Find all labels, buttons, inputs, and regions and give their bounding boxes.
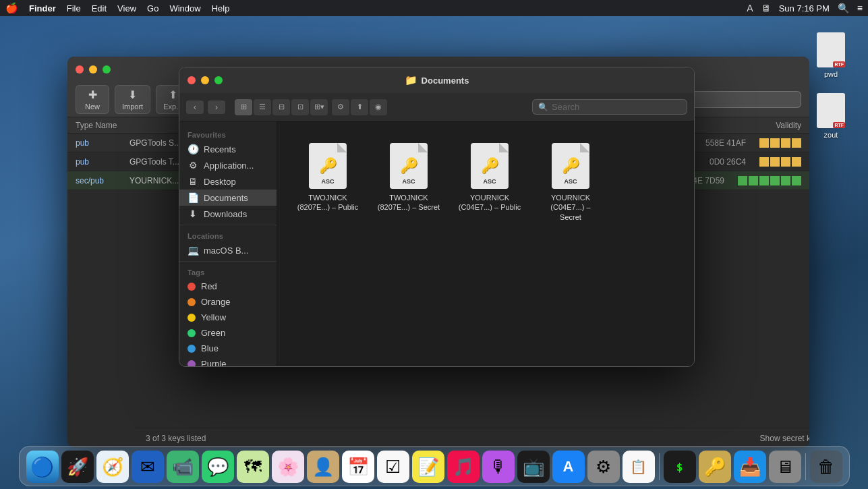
dock-reminders[interactable]: ☑: [377, 451, 409, 483]
dock-podcasts[interactable]: 🎙: [482, 451, 515, 483]
dock-console[interactable]: 📋: [623, 451, 655, 483]
clock: Sun 7:16 PM: [779, 3, 830, 13]
file-item-twojnick-sec[interactable]: 🔑 ASC TWOJNICK (8207E...) – Secret: [372, 135, 446, 227]
maps-icon: 🗺: [244, 457, 262, 478]
validity-indicator: [759, 157, 801, 167]
downloads-label: Downloads: [204, 209, 247, 219]
maximize-button[interactable]: [103, 65, 111, 74]
more-view-button[interactable]: ⊞▾: [310, 99, 328, 115]
dock-finder[interactable]: 🔵: [26, 451, 59, 483]
spotlight-icon[interactable]: 🔍: [838, 3, 849, 13]
display-icon[interactable]: 🖥: [761, 3, 771, 13]
minimize-button[interactable]: [89, 65, 97, 74]
icon-view-button[interactable]: ⊞: [235, 99, 252, 115]
orange-label: Orange: [201, 297, 230, 307]
sidebar-item-recents[interactable]: 🕐 Recents: [179, 141, 277, 157]
close-button[interactable]: [76, 65, 84, 74]
file-name: TWOJNICK (8207E...) – Public: [297, 193, 359, 212]
sidebar-item-red[interactable]: Red: [179, 279, 277, 294]
dock: 🔵 🚀 🧭 ✉ 📹 💬 🗺 🌸 👤 📅 ☑: [19, 446, 850, 486]
dock-separator-2: [805, 453, 806, 480]
dock-contacts[interactable]: 👤: [307, 451, 339, 483]
sidebar-item-applications[interactable]: ⚙ Application...: [179, 157, 277, 173]
desktop-icon-zout[interactable]: RTF zout: [814, 90, 848, 142]
dock-sysprefs[interactable]: ⚙: [587, 451, 620, 483]
sidebar-item-purple[interactable]: Purple: [179, 356, 277, 366]
finder-maximize-button[interactable]: [214, 76, 223, 84]
dock-safari[interactable]: 🧭: [96, 451, 129, 483]
show-secret-toggle[interactable]: Show secret keys only: [760, 433, 809, 444]
window-menu[interactable]: Window: [169, 3, 200, 13]
safari-icon: 🧭: [102, 457, 123, 478]
desktop-label: Desktop: [204, 177, 236, 187]
green-label: Green: [201, 328, 225, 338]
documents-icon: 📄: [187, 192, 198, 203]
view-buttons: ⊞ ☰ ⊟ ⊡ ⊞▾: [235, 99, 328, 115]
dock-music[interactable]: 🎵: [447, 451, 480, 483]
finder-close-button[interactable]: [187, 76, 196, 84]
finder-minimize-button[interactable]: [201, 76, 209, 84]
finder-title-area: 📁 Documents: [405, 74, 469, 86]
sidebar-item-green[interactable]: Green: [179, 325, 277, 341]
dock-airdrop[interactable]: 📥: [734, 451, 766, 483]
gallery-view-button[interactable]: ⊡: [291, 99, 309, 115]
new-icon: ✚: [88, 88, 97, 101]
import-button[interactable]: ⬇ Import: [115, 85, 150, 114]
rtf-file-icon-2: RTF: [817, 93, 845, 128]
dock-appstore[interactable]: A: [552, 451, 585, 483]
help-menu[interactable]: Help: [212, 3, 230, 13]
sidebar-item-yellow[interactable]: Yellow: [179, 310, 277, 325]
file-item-yournick-sec[interactable]: 🔑 ASC YOURNICK (C04E7...) – Secret: [533, 135, 608, 227]
desktop-icon-pwd[interactable]: RTF pwd: [814, 30, 848, 81]
sidebar-item-blue[interactable]: Blue: [179, 341, 277, 356]
dock-notes[interactable]: 📝: [412, 451, 444, 483]
tag-button[interactable]: ◉: [370, 99, 387, 115]
arrange-button[interactable]: ⚙: [332, 99, 349, 115]
dock-trash[interactable]: 🗑: [810, 451, 842, 483]
forward-button[interactable]: ›: [208, 100, 225, 114]
new-button[interactable]: ✚ New: [76, 85, 109, 114]
file-menu[interactable]: File: [67, 3, 81, 13]
dock-tv[interactable]: 📺: [517, 451, 550, 483]
import-icon: ⬇: [128, 88, 137, 101]
apple-menu[interactable]: 🍎: [5, 2, 18, 14]
type-col-header: Type Name: [76, 121, 129, 130]
rtf-badge-2: RTF: [833, 122, 845, 128]
dock-calendar[interactable]: 📅: [342, 451, 374, 483]
dock-migration[interactable]: 🖥: [769, 451, 801, 483]
edit-menu[interactable]: Edit: [92, 3, 107, 13]
file-item-twojnick-pub[interactable]: 🔑 ASC TWOJNICK (8207E...) – Public: [291, 135, 365, 227]
file-item-yournick-pub[interactable]: 🔑 ASC YOURNICK (C04E7...) – Public: [453, 135, 527, 227]
dock-photos[interactable]: 🌸: [272, 451, 304, 483]
list-view-button[interactable]: ☰: [254, 99, 271, 115]
go-menu[interactable]: Go: [147, 3, 158, 13]
back-button[interactable]: ‹: [186, 100, 204, 114]
finder-search-placeholder: Search: [552, 102, 579, 112]
macos-label: macOS B...: [204, 246, 248, 256]
dock-mail[interactable]: ✉: [132, 451, 164, 483]
finder-dock-icon: 🔵: [30, 456, 54, 478]
sidebar-item-macos[interactable]: 💻 macOS B...: [179, 242, 277, 258]
dock-maps[interactable]: 🗺: [237, 451, 269, 483]
dock-keychain[interactable]: 🔑: [699, 451, 731, 483]
finder-search[interactable]: 🔍 Search: [532, 99, 687, 115]
downloads-icon: ⬇: [187, 208, 198, 219]
sidebar-item-orange[interactable]: Orange: [179, 294, 277, 310]
dock-messages[interactable]: 💬: [202, 451, 234, 483]
share-button[interactable]: ⬆: [351, 99, 368, 115]
blue-label: Blue: [201, 343, 219, 353]
notification-icon[interactable]: ≡: [857, 3, 863, 13]
asc-file-icon-4: 🔑 ASC: [549, 140, 592, 189]
trash-icon: 🗑: [817, 457, 835, 478]
dock-launchpad[interactable]: 🚀: [61, 451, 94, 483]
appstore-icon: A: [563, 458, 574, 476]
dock-facetime[interactable]: 📹: [167, 451, 199, 483]
dock-terminal[interactable]: $: [664, 451, 696, 483]
sidebar-item-downloads[interactable]: ⬇ Downloads: [179, 206, 277, 222]
asc-file-icon-3: 🔑 ASC: [468, 140, 511, 189]
column-view-button[interactable]: ⊟: [272, 99, 290, 115]
sidebar-item-documents[interactable]: 📄 Documents: [179, 190, 277, 206]
finder-menu[interactable]: Finder: [29, 3, 56, 13]
sidebar-item-desktop[interactable]: 🖥 Desktop: [179, 173, 277, 190]
view-menu[interactable]: View: [117, 3, 136, 13]
